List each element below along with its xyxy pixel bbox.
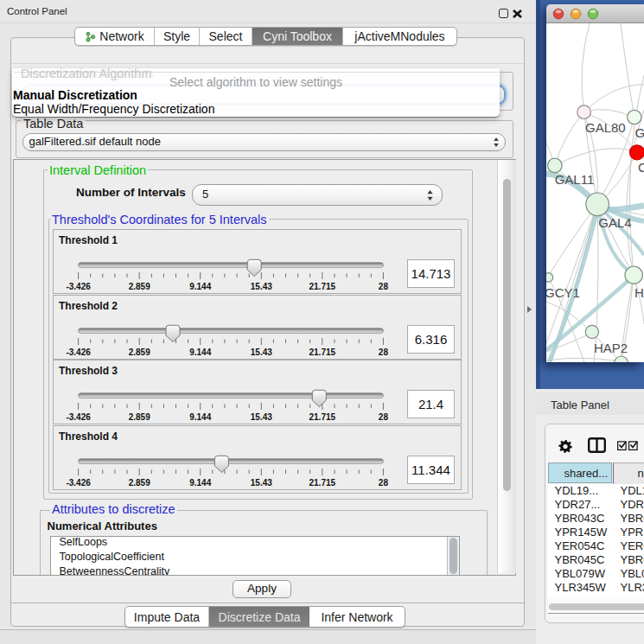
- svg-text:28: 28: [379, 412, 389, 422]
- svg-text:21.715: 21.715: [309, 412, 336, 422]
- svg-text:28: 28: [379, 348, 389, 357]
- svg-text:15.43: 15.43: [251, 348, 272, 357]
- svg-text:GAL1: GAL1: [634, 125, 644, 140]
- svg-text:GAL4: GAL4: [598, 215, 631, 230]
- svg-text:GCY1: GCY1: [546, 285, 580, 300]
- svg-text:-3.426: -3.426: [66, 282, 91, 291]
- svg-text:28: 28: [379, 282, 389, 291]
- svg-text:9.144: 9.144: [189, 282, 211, 291]
- svg-text:2.859: 2.859: [129, 478, 150, 488]
- svg-text:-3.426: -3.426: [66, 478, 91, 488]
- svg-text:HAP2: HAP2: [594, 341, 628, 355]
- svg-text:21.715: 21.715: [309, 478, 336, 488]
- svg-text:9.144: 9.144: [189, 412, 211, 422]
- svg-text:-3.426: -3.426: [66, 348, 91, 357]
- svg-text:2.859: 2.859: [129, 348, 150, 357]
- svg-text:9.144: 9.144: [189, 478, 211, 488]
- svg-text:GAL11: GAL11: [555, 172, 595, 187]
- svg-text:21.715: 21.715: [309, 282, 336, 291]
- svg-text:28: 28: [379, 478, 389, 488]
- svg-text:GAL80: GAL80: [585, 120, 626, 135]
- svg-text:15.43: 15.43: [251, 412, 272, 422]
- svg-text:-3.426: -3.426: [66, 412, 91, 422]
- svg-text:HA: HA: [634, 285, 644, 300]
- svg-text:15.43: 15.43: [251, 282, 272, 291]
- svg-text:9.144: 9.144: [189, 348, 211, 357]
- svg-text:CY: CY: [638, 160, 644, 175]
- svg-text:2.859: 2.859: [129, 282, 150, 291]
- svg-text:15.43: 15.43: [251, 478, 272, 488]
- svg-text:2.859: 2.859: [129, 412, 150, 422]
- svg-text:21.715: 21.715: [309, 348, 336, 357]
